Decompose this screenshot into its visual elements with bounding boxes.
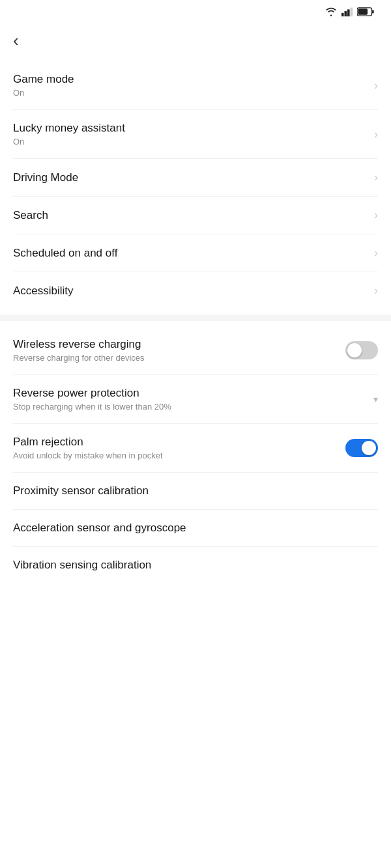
settings-item-lucky-money[interactable]: Lucky money assistantOn›: [13, 110, 378, 159]
item-content-vibration-sensing: Vibration sensing calibration: [13, 559, 378, 572]
item-content-palm-rejection: Palm rejectionAvoid unlock by mistake wh…: [13, 436, 345, 460]
settings-item-palm-rejection[interactable]: Palm rejectionAvoid unlock by mistake wh…: [13, 424, 378, 473]
settings-item-search[interactable]: Search›: [13, 197, 378, 234]
item-subtitle-game-mode: On: [13, 88, 368, 98]
settings-item-driving-mode[interactable]: Driving Mode›: [13, 159, 378, 197]
settings-item-reverse-protection[interactable]: Reverse power protectionStop recharging …: [13, 375, 378, 424]
toggle-knob: [362, 441, 376, 455]
dropdown-arrow-icon: ▾: [373, 394, 378, 404]
item-title-wireless-charging: Wireless reverse charging: [13, 338, 345, 351]
svg-rect-1: [345, 11, 347, 16]
item-content-driving-mode: Driving Mode: [13, 171, 368, 184]
item-subtitle-reverse-protection: Stop recharging when it is lower than 20…: [13, 402, 367, 412]
item-content-acceleration-sensor: Acceleration sensor and gyroscope: [13, 522, 378, 535]
item-content-lucky-money: Lucky money assistantOn: [13, 122, 368, 147]
item-title-palm-rejection: Palm rejection: [13, 436, 345, 449]
item-title-search: Search: [13, 209, 368, 222]
settings-item-game-mode[interactable]: Game modeOn›: [13, 61, 378, 110]
item-title-scheduled: Scheduled on and off: [13, 247, 368, 260]
item-content-scheduled: Scheduled on and off: [13, 247, 368, 260]
toggle-palm-rejection[interactable]: [345, 439, 378, 457]
toggle-knob: [347, 343, 362, 357]
item-title-proximity-sensor: Proximity sensor calibration: [13, 484, 378, 497]
wifi-icon: [325, 7, 338, 19]
settings-item-accessibility[interactable]: Accessibility›: [13, 272, 378, 309]
chevron-icon: ›: [374, 246, 378, 260]
item-title-game-mode: Game mode: [13, 73, 368, 86]
svg-rect-3: [351, 8, 353, 17]
item-title-reverse-protection: Reverse power protection: [13, 387, 367, 400]
item-content-reverse-protection: Reverse power protectionStop recharging …: [13, 387, 367, 412]
item-content-game-mode: Game modeOn: [13, 73, 368, 98]
chevron-icon: ›: [374, 171, 378, 184]
item-subtitle-wireless-charging: Reverse charging for other devices: [13, 353, 345, 363]
item-content-proximity-sensor: Proximity sensor calibration: [13, 484, 378, 497]
hardware-settings-list: Wireless reverse chargingReverse chargin…: [0, 326, 391, 583]
header: ‹: [0, 23, 391, 61]
menu-settings-list: Game modeOn›Lucky money assistantOn›Driv…: [0, 61, 391, 309]
item-title-acceleration-sensor: Acceleration sensor and gyroscope: [13, 522, 378, 535]
battery-icon: [357, 7, 374, 19]
settings-item-scheduled[interactable]: Scheduled on and off›: [13, 234, 378, 272]
item-subtitle-lucky-money: On: [13, 137, 368, 147]
settings-item-wireless-charging[interactable]: Wireless reverse chargingReverse chargin…: [13, 326, 378, 375]
item-subtitle-palm-rejection: Avoid unlock by mistake when in pocket: [13, 451, 345, 460]
item-title-accessibility: Accessibility: [13, 285, 368, 298]
svg-rect-6: [358, 8, 368, 15]
toggle-wireless-charging[interactable]: [345, 341, 378, 359]
chevron-icon: ›: [374, 128, 378, 141]
item-content-accessibility: Accessibility: [13, 285, 368, 298]
section-divider: [0, 315, 391, 321]
chevron-icon: ›: [374, 79, 378, 92]
item-content-search: Search: [13, 209, 368, 222]
back-button[interactable]: ‹: [13, 31, 19, 51]
item-title-driving-mode: Driving Mode: [13, 171, 368, 184]
settings-item-acceleration-sensor[interactable]: Acceleration sensor and gyroscope: [13, 510, 378, 547]
svg-rect-0: [341, 13, 344, 16]
item-content-wireless-charging: Wireless reverse chargingReverse chargin…: [13, 338, 345, 363]
item-title-lucky-money: Lucky money assistant: [13, 122, 368, 135]
settings-item-proximity-sensor[interactable]: Proximity sensor calibration: [13, 473, 378, 510]
svg-rect-5: [372, 10, 374, 13]
status-icons: [325, 7, 378, 19]
item-title-vibration-sensing: Vibration sensing calibration: [13, 559, 378, 572]
chevron-icon: ›: [374, 284, 378, 298]
signal-icon: [341, 7, 353, 19]
settings-item-vibration-sensing[interactable]: Vibration sensing calibration: [13, 547, 378, 583]
chevron-icon: ›: [374, 208, 378, 222]
svg-rect-2: [347, 9, 350, 16]
status-bar: [0, 0, 391, 23]
